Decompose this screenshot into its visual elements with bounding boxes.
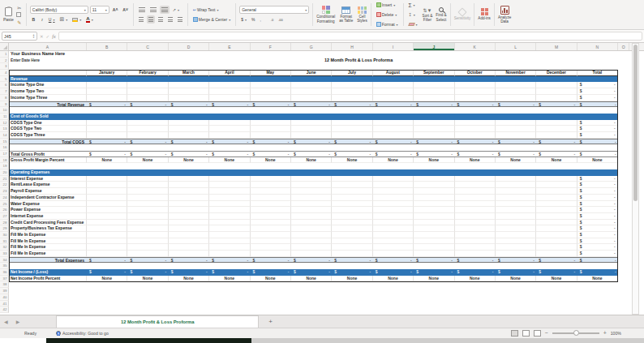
autosum-button[interactable]: Σ▾ — [407, 1, 419, 9]
cell[interactable]: None — [332, 276, 372, 282]
cell[interactable]: $- — [169, 101, 209, 108]
cell[interactable] — [496, 213, 536, 220]
cell[interactable]: $- — [332, 269, 372, 276]
cell[interactable]: $- — [455, 101, 496, 108]
cell[interactable] — [414, 95, 454, 101]
cell[interactable] — [373, 251, 414, 257]
font-name-select[interactable]: Calibri (Body)▾ — [30, 6, 88, 14]
cell[interactable]: $- — [332, 139, 372, 145]
cell[interactable] — [332, 126, 372, 132]
cell[interactable] — [455, 238, 496, 245]
cell[interactable]: None — [169, 276, 209, 282]
cell[interactable] — [455, 195, 496, 201]
cell[interactable] — [414, 182, 454, 188]
cell[interactable]: September — [414, 70, 454, 76]
accessibility-status[interactable]: ♿ Accessibility: Good to go — [56, 331, 109, 336]
cell[interactable] — [209, 207, 250, 213]
cell[interactable]: $- — [496, 257, 536, 264]
cell[interactable] — [291, 176, 332, 182]
cell[interactable]: $- — [577, 176, 618, 182]
row-number-27[interactable]: 27 — [0, 213, 9, 220]
cell[interactable]: $- — [87, 139, 127, 145]
cell[interactable]: $- — [87, 101, 127, 108]
align-left-button[interactable] — [137, 15, 145, 24]
cell[interactable]: Fill Me In Expense — [9, 244, 87, 251]
cell[interactable]: Operating Expenses — [9, 169, 618, 176]
number-format-select[interactable]: General▾ — [239, 6, 309, 14]
cell[interactable]: COGS Type Three — [9, 132, 87, 139]
cell[interactable] — [373, 132, 414, 139]
cell[interactable] — [496, 195, 536, 201]
cell[interactable] — [169, 195, 209, 201]
row-number-8[interactable]: 8 — [0, 95, 9, 101]
cell[interactable]: None — [127, 157, 168, 164]
cell[interactable]: Your Business Name Here — [9, 51, 618, 58]
row-number-7[interactable]: 7 — [0, 88, 9, 95]
cell[interactable] — [87, 220, 127, 226]
cell[interactable] — [291, 201, 332, 208]
cell[interactable]: Total Gross Profit — [9, 151, 87, 157]
cell[interactable]: None — [209, 157, 250, 164]
cell[interactable] — [496, 238, 536, 245]
cell[interactable]: $- — [127, 139, 168, 145]
cell[interactable] — [87, 225, 127, 232]
cell[interactable] — [455, 213, 496, 220]
cell-styles-button[interactable]: Cell Styles — [357, 6, 367, 23]
row-number-41[interactable]: 41 — [0, 301, 9, 307]
cell[interactable] — [332, 201, 372, 208]
italic-button[interactable]: I — [39, 15, 45, 24]
comma-style-button[interactable]: , — [258, 15, 262, 24]
cell[interactable]: Interest Expense — [9, 176, 87, 182]
cell[interactable]: Income Type Three — [9, 95, 87, 101]
cell[interactable] — [496, 82, 536, 88]
zoom-in-button[interactable]: + — [603, 331, 607, 336]
cell[interactable]: $- — [291, 101, 332, 108]
cell[interactable] — [373, 126, 414, 132]
cell[interactable] — [127, 213, 168, 220]
cell[interactable] — [251, 95, 291, 101]
cell[interactable]: Fill Me In Expense — [9, 251, 87, 257]
cell[interactable] — [209, 176, 250, 182]
cell[interactable]: $- — [251, 151, 291, 157]
cell[interactable]: $- — [169, 257, 209, 264]
cell[interactable] — [209, 95, 250, 101]
cell[interactable]: $- — [414, 269, 454, 276]
cell[interactable] — [414, 251, 454, 257]
copy-icon[interactable] — [16, 12, 21, 17]
cell[interactable] — [332, 188, 372, 195]
cell[interactable]: Net Income Profit Percent — [9, 276, 87, 282]
cell[interactable] — [209, 201, 250, 208]
cell[interactable] — [496, 207, 536, 213]
column-header-E[interactable]: E — [209, 43, 250, 50]
cell[interactable] — [455, 232, 496, 238]
row-number-14[interactable]: 14 — [0, 132, 9, 139]
cell[interactable] — [414, 225, 454, 232]
cell[interactable] — [169, 176, 209, 182]
cell[interactable]: $- — [536, 257, 577, 264]
cell[interactable] — [496, 251, 536, 257]
cell[interactable]: $- — [536, 101, 577, 108]
cell[interactable] — [169, 188, 209, 195]
cell[interactable] — [127, 195, 168, 201]
cell[interactable]: $- — [577, 182, 618, 188]
row-number-19[interactable]: 19 — [0, 163, 9, 169]
cell[interactable] — [373, 207, 414, 213]
cell[interactable]: $- — [577, 257, 618, 264]
cell[interactable] — [291, 244, 332, 251]
cell[interactable]: None — [251, 157, 291, 164]
cell[interactable]: None — [496, 276, 536, 282]
column-header-K[interactable]: K — [455, 43, 496, 50]
row-number-35[interactable]: 35 — [0, 263, 9, 269]
increase-decimal-button[interactable]: .0 — [269, 15, 275, 24]
cell[interactable] — [87, 188, 127, 195]
cell[interactable]: Total COGS — [9, 139, 87, 145]
cell[interactable]: $- — [87, 269, 127, 276]
cell[interactable] — [536, 244, 577, 251]
cell[interactable]: $- — [291, 151, 332, 157]
name-box[interactable]: J45 ▲▼ — [2, 32, 37, 41]
cell[interactable] — [169, 201, 209, 208]
cell[interactable]: $- — [251, 257, 291, 264]
cell[interactable]: August — [373, 70, 414, 76]
cell[interactable]: $- — [332, 257, 372, 264]
row-number-36[interactable]: 36 — [0, 269, 9, 276]
